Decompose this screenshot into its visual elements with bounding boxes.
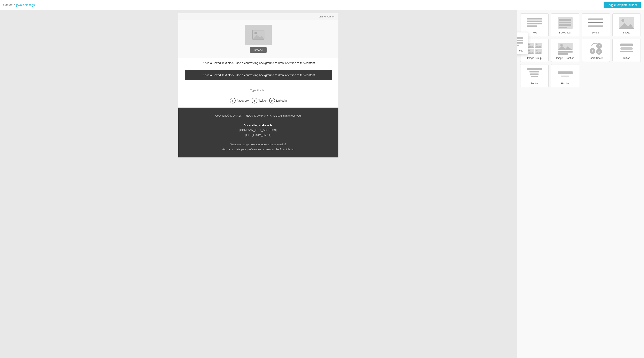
svg-rect-18	[588, 22, 603, 23]
builder-panel: Boxed Text Text	[517, 10, 644, 358]
boxed-text-block-icon	[557, 16, 574, 30]
twitter-icon: t	[252, 98, 257, 104]
toggle-template-builder-button[interactable]: Toggle template builder	[604, 2, 641, 8]
email-social-block: f Facebook t Twitter in LinkedIn	[178, 95, 338, 108]
text-block-label: Text	[532, 31, 537, 34]
svg-rect-10	[527, 23, 542, 24]
footer-address: [COMPANY_FULL_ADDRESS],	[185, 128, 332, 132]
image-group-block-icon	[526, 42, 542, 55]
svg-text:f: f	[599, 44, 600, 48]
email-footer-block: Copyright © [CURRENT_YEAR] [COMPANY_NAME…	[178, 108, 338, 158]
facebook-label: Facebook	[237, 99, 249, 102]
template-block-social-share[interactable]: f t in Social Share	[582, 39, 610, 62]
svg-point-33	[536, 50, 538, 51]
svg-rect-50	[527, 68, 542, 70]
svg-rect-53	[531, 76, 538, 78]
available-tags-link[interactable]: [Available tags]	[16, 3, 36, 6]
content-label-area: Content * [Available tags]	[3, 3, 36, 6]
image-caption-block-icon	[557, 42, 574, 55]
svg-rect-19	[588, 26, 603, 27]
facebook-icon: f	[230, 98, 236, 104]
header-block-label: Header	[561, 82, 569, 85]
header-block-icon	[557, 67, 574, 80]
top-bar: Content * [Available tags] Toggle templa…	[0, 0, 644, 10]
svg-rect-49	[620, 51, 633, 52]
template-block-footer[interactable]: Footer	[520, 64, 548, 87]
svg-rect-11	[527, 26, 537, 27]
svg-rect-5	[517, 40, 523, 41]
facebook-social-item: f Facebook	[230, 98, 249, 104]
divider-block-icon	[588, 16, 604, 30]
svg-rect-8	[527, 18, 542, 20]
floating-card-icon	[517, 35, 524, 48]
social-share-block-label: Social Share	[589, 57, 603, 60]
template-block-button[interactable]: Button	[612, 39, 641, 62]
svg-rect-51	[530, 71, 539, 72]
boxed-text-block-label: Boxed Text	[559, 31, 571, 34]
svg-rect-16	[559, 27, 567, 28]
button-block-label: Button	[623, 57, 630, 60]
svg-rect-9	[527, 20, 542, 22]
footer-block-label: Footer	[531, 82, 538, 85]
email-text-block: This is a Boxed Text block. Use a contra…	[178, 58, 338, 68]
twitter-social-item: t Twitter	[252, 98, 267, 104]
template-block-divider[interactable]: Divider	[582, 13, 610, 36]
social-share-block-icon: f t in	[588, 42, 604, 55]
svg-point-30	[528, 50, 530, 51]
email-divider	[185, 83, 332, 83]
svg-rect-4	[517, 37, 523, 38]
svg-text:in: in	[598, 51, 600, 53]
image-block-label: Image	[623, 31, 630, 34]
main-layout: online version Browse This is a Boxed Te…	[0, 10, 644, 358]
svg-rect-48	[620, 47, 633, 50]
svg-rect-15	[559, 24, 571, 26]
text-block-icon	[526, 16, 542, 30]
linkedin-label: LinkedIn	[276, 99, 287, 102]
image-group-block-label: Image Group	[527, 57, 542, 60]
template-block-header[interactable]: Header	[551, 64, 579, 87]
linkedin-icon: in	[269, 98, 275, 104]
svg-rect-17	[588, 18, 603, 20]
email-body: Browse This is a Boxed Text block. Use a…	[178, 20, 338, 158]
template-block-image-caption[interactable]: Image + Caption	[551, 39, 579, 62]
svg-rect-6	[517, 42, 523, 44]
email-boxed-text-block: This is a Boxed Text block. Use a contra…	[185, 70, 332, 80]
email-image-block: Browse	[178, 20, 338, 58]
image-placeholder-icon	[252, 30, 264, 40]
svg-point-24	[528, 44, 530, 45]
template-block-boxed-text[interactable]: Boxed Text	[551, 13, 579, 36]
svg-rect-13	[559, 19, 571, 21]
svg-rect-55	[561, 76, 569, 77]
email-type-text: Type the text	[178, 86, 338, 95]
online-version-bar: online version	[178, 13, 338, 20]
preview-area: online version Browse This is a Boxed Te…	[0, 10, 517, 358]
template-block-image[interactable]: Image	[612, 13, 641, 36]
image-block-icon	[618, 16, 635, 30]
footer-email: [LIST_FROM_EMAIL]	[185, 132, 332, 137]
svg-rect-47	[620, 44, 633, 46]
image-placeholder	[245, 25, 272, 45]
footer-change-text: Want to change how you receive these ema…	[185, 142, 332, 147]
svg-point-36	[560, 44, 563, 46]
text-block-content: This is a Boxed Text block. Use a contra…	[201, 62, 316, 65]
svg-point-27	[536, 44, 538, 45]
builder-grid: Text Boxed Text	[520, 13, 641, 87]
footer-mailing-label: Our mailing address is:	[244, 124, 273, 127]
svg-rect-14	[559, 22, 571, 23]
footer-copyright: Copyright © [CURRENT_YEAR] [COMPANY_NAME…	[185, 113, 332, 118]
svg-point-2	[254, 32, 257, 34]
twitter-label: Twitter	[258, 99, 267, 102]
floating-card-label: Boxed Text	[517, 49, 522, 52]
svg-rect-54	[558, 72, 572, 74]
footer-unsubscribe-text: You can update your preferences or unsub…	[185, 147, 332, 152]
floating-boxed-text-card[interactable]: Boxed Text	[517, 32, 528, 54]
button-block-icon	[618, 42, 635, 55]
linkedin-social-item: in LinkedIn	[269, 98, 287, 104]
image-caption-block-label: Image + Caption	[556, 57, 574, 60]
online-version-text: online version	[319, 15, 335, 18]
svg-point-21	[622, 19, 624, 22]
content-label: Content *	[3, 3, 15, 6]
browse-button[interactable]: Browse	[250, 47, 266, 53]
divider-block-label: Divider	[592, 31, 600, 34]
svg-rect-39	[558, 53, 568, 54]
